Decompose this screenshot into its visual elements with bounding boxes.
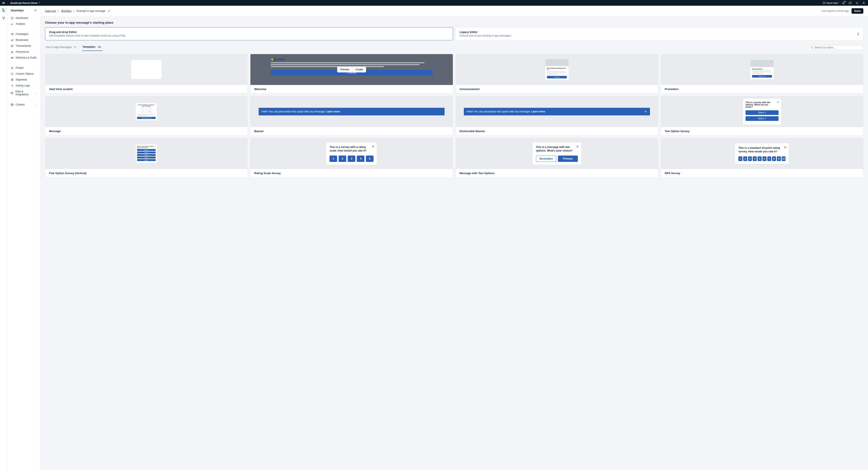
- tab-count: 1: [73, 46, 77, 48]
- edit-name-button[interactable]: [108, 10, 111, 12]
- notifications-button[interactable]: [842, 1, 845, 5]
- tab-label: Your in-app messages: [45, 46, 72, 48]
- chevron-double-left-icon: [34, 9, 37, 12]
- mock-title: This is a standard 10-point rating surve…: [738, 146, 785, 154]
- rail-pipelines[interactable]: [1, 16, 6, 21]
- chat-button[interactable]: [848, 1, 852, 5]
- nav-people[interactable]: People: [7, 65, 40, 71]
- mock-button: Awesome: [547, 76, 567, 78]
- close-icon: ✕: [576, 145, 579, 148]
- template-card-announcement[interactable]: Announcing something new! 🎉 Awesome Anno…: [456, 54, 658, 93]
- pipelines-icon: [2, 16, 5, 20]
- search-input[interactable]: [814, 46, 862, 49]
- nav-content[interactable]: Content ⌄: [7, 102, 40, 107]
- sidebar-title: Journeys: [10, 9, 24, 12]
- main-area: inapp test ❯ Workflow ❯ Example in-app m…: [40, 6, 868, 470]
- nav-segments[interactable]: Segments: [7, 77, 40, 82]
- nav-dashboard[interactable]: Dashboard: [7, 15, 40, 21]
- svg-text:?: ?: [824, 2, 825, 4]
- promotion-mock: ✕ New promotion! Check it out!: [750, 60, 774, 79]
- nav-label: Content: [16, 103, 25, 106]
- workspace-switcher[interactable]: JavaScript Source Demo ⇅: [10, 2, 40, 4]
- editor-title: Legacy Editor: [460, 30, 512, 34]
- nav-campaigns[interactable]: Campaigns: [7, 31, 40, 37]
- svg-point-4: [2, 17, 3, 18]
- search-field[interactable]: [809, 45, 863, 50]
- anonymous-icon: [10, 50, 13, 53]
- blank-preview: [131, 60, 162, 79]
- nav-transactional[interactable]: Transactional: [7, 43, 40, 49]
- message-mock: ✕ Did we mention we support gifs and web…: [136, 103, 157, 120]
- template-card-message-two-options[interactable]: ✕ This is a message with two options. Wh…: [456, 138, 658, 177]
- activity-icon: [10, 84, 13, 87]
- nav-data[interactable]: Data & Integrations ⌄: [7, 89, 40, 97]
- campaigns-icon: [10, 33, 13, 35]
- mock-title: Did we mention we support gifs and webp?: [137, 104, 156, 107]
- deliveries-icon: [10, 56, 13, 59]
- chevron-right-icon: ❯: [73, 10, 75, 12]
- nav-label: Analysis: [16, 23, 25, 25]
- help-label: Need help?: [827, 2, 838, 4]
- editor-title: Drag-and-drop Editor: [49, 30, 126, 34]
- tab-your-messages[interactable]: Your in-app messages 1: [45, 44, 78, 51]
- template-card-banner[interactable]: Hello! You can personalize this space wi…: [250, 96, 453, 135]
- svg-point-6: [3, 19, 4, 20]
- create-button[interactable]: Create: [352, 67, 366, 72]
- broadcasts-icon: [10, 38, 13, 41]
- editor-legacy[interactable]: Legacy Editor Choose one of your existin…: [456, 27, 864, 40]
- card-title: Promotion: [661, 85, 863, 93]
- preview-button[interactable]: Preview: [337, 67, 352, 72]
- chevron-updown-icon: ⇅: [39, 2, 40, 4]
- nav-label: Data & Integrations: [16, 90, 33, 96]
- mock-option: Option 1: [746, 110, 778, 115]
- template-card-scratch[interactable]: Start from scratch: [45, 54, 248, 93]
- breadcrumb-link[interactable]: Workflow: [61, 9, 71, 12]
- collapse-sidebar-button[interactable]: [34, 9, 37, 12]
- sidebar: Journeys Dashboard Analysis Campaigns: [7, 6, 40, 470]
- tab-count: 11: [97, 45, 102, 48]
- done-button[interactable]: Done: [851, 8, 863, 14]
- breadcrumb-current: Example in-app message: [76, 9, 105, 12]
- mock-title: Announcing something new! 🎉: [547, 67, 567, 71]
- close-icon: ✕: [784, 146, 786, 149]
- workspace-name: JavaScript Source Demo: [10, 2, 38, 4]
- nav-activity[interactable]: Activity Logs: [7, 82, 40, 89]
- svg-point-2: [857, 3, 858, 3]
- nav-broadcasts[interactable]: Broadcasts: [7, 37, 40, 43]
- nav-anonymous[interactable]: Anonymous: [7, 49, 40, 55]
- search-icon: [811, 46, 813, 49]
- mock-heading: 👋Hey there!: [271, 58, 433, 61]
- template-card-promotion[interactable]: ✕ New promotion! Check it out! Promotion: [661, 54, 863, 93]
- template-card-rating-scale[interactable]: ✕ This is a survey with a rating scale. …: [250, 138, 453, 177]
- user-icon: [862, 1, 865, 4]
- rail-journeys[interactable]: [1, 8, 6, 12]
- survey-mock: ✕ This is a survey with five options. Wh…: [136, 144, 157, 163]
- nav-deliveries[interactable]: Deliveries & Drafts: [7, 55, 40, 61]
- template-card-five-option-survey[interactable]: ✕ This is a survey with five options. Wh…: [45, 138, 248, 177]
- template-card-dismissible-banner[interactable]: Hello! You can personalize this space wi…: [456, 96, 658, 135]
- mock-title: This is a survey with a rating scale. Ho…: [330, 145, 373, 153]
- breadcrumb-link[interactable]: inapp test: [45, 9, 56, 12]
- template-card-message[interactable]: ✕ Did we mention we support gifs and web…: [45, 96, 248, 135]
- tab-templates[interactable]: Templates 11: [82, 44, 102, 51]
- editor-drag-drop[interactable]: Drag-and-drop Editor Edit templates with…: [45, 27, 453, 40]
- template-card-nps[interactable]: ✕ This is a standard 10-point rating sur…: [661, 138, 863, 177]
- app-logo-icon[interactable]: [3, 1, 6, 4]
- svg-point-3: [863, 2, 864, 3]
- mock-button: Want to learn more?: [137, 117, 156, 119]
- help-link[interactable]: ? Need help?: [823, 1, 838, 4]
- card-title: Banner: [250, 127, 453, 135]
- survey-mock: ✕ This is a survey with two options. Whi…: [743, 99, 781, 125]
- close-icon: ✕: [155, 145, 156, 147]
- notification-dot: [844, 1, 845, 2]
- close-icon: ✕: [155, 104, 156, 105]
- nav-analysis[interactable]: Analysis: [7, 21, 40, 27]
- template-card-two-option-survey[interactable]: ✕ This is a survey with two options. Whi…: [661, 96, 863, 135]
- account-button[interactable]: [862, 1, 865, 5]
- banner-mock: Hello! You can personalize this space wi…: [259, 108, 445, 115]
- settings-button[interactable]: [855, 1, 859, 5]
- content-icon: [10, 103, 13, 106]
- nav-objects[interactable]: Custom Objects: [7, 71, 40, 77]
- template-card-welcome[interactable]: 👋Hey there! Continue Preview Create Welc…: [250, 54, 453, 93]
- close-icon: ✕: [372, 145, 374, 148]
